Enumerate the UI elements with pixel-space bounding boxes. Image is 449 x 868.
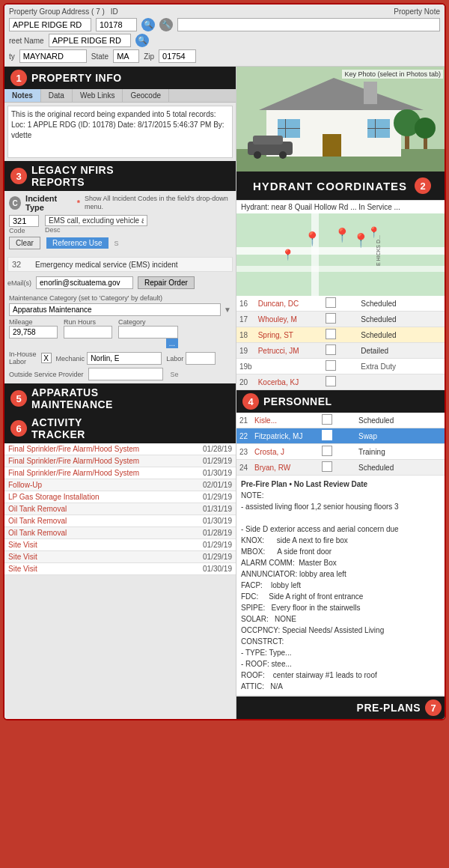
pers-checkbox[interactable] [322,414,332,425]
service-code: 32 [12,260,31,269]
outside-field[interactable] [88,368,163,380]
labor-label: Labor [166,355,183,362]
activity-date: 01/28/19 [187,527,236,539]
pers-status: Training [355,444,446,460]
section5-title: APPARATUS MAINTENANCE [31,386,113,410]
section2-title: HYDRANT COORDINATES [253,180,407,192]
show-all-link: Show All Incident Codes in the field's d… [85,195,231,211]
svg-rect-13 [253,136,283,145]
repair-order-button[interactable]: Repair Order [138,276,195,289]
svg-rect-11 [367,128,390,129]
pers-status [358,374,446,390]
pers-status: Scheduled [358,327,446,343]
address-field[interactable] [9,18,91,31]
pers-status: Scheduled [355,413,446,428]
pers-checkbox-cell[interactable] [323,359,358,374]
code-col-label: Code [9,227,39,234]
tab-weblinks[interactable]: Web Links [73,89,123,102]
pers-checkbox[interactable] [322,430,332,440]
email-row: eMail(s) Repair Order [4,274,236,291]
street-field[interactable] [49,34,131,47]
inhouse-label: In-HouseLabor [9,350,37,365]
section3-num: 3 [10,168,27,184]
section2-header: HYDRANT COORDINATES 2 [236,172,446,200]
pers-name: Spring, ST [255,327,323,343]
incident-desc-field[interactable] [45,215,147,226]
email-field[interactable] [36,276,133,289]
pers-checkbox-cell[interactable] [323,343,358,359]
pers-checkbox[interactable] [326,313,336,324]
pers-checkbox[interactable] [326,376,336,386]
run-hours-field[interactable] [64,326,112,339]
activity-name: Site Visit [4,551,187,563]
section3-header: 3 LEGACY NFIRS REPORTS [4,161,236,191]
pers-checkbox-cell[interactable] [323,296,358,312]
tab-notes[interactable]: Notes [4,89,41,102]
preplans-text: Pre-Fire Plan • No Last Review Date NOTE… [236,476,446,695]
pers-checkbox-cell[interactable] [319,428,355,444]
cat-btn[interactable]: ... [166,339,178,348]
pers-checkbox-cell[interactable] [319,460,355,476]
street-search-icon[interactable]: 🔍 [135,34,149,47]
pers-checkbox[interactable] [326,360,336,371]
labor-field[interactable] [186,352,216,365]
pers-checkbox[interactable] [322,446,332,456]
pers-checkbox-cell[interactable] [319,444,355,460]
section5-header: 5 APPARATUS MAINTENANCE [4,383,236,413]
section4-num: 4 [242,393,259,410]
pers-checkbox[interactable] [326,345,336,355]
activity-table: Final Sprinkler/Fire Alarm/Hood System 0… [4,443,236,575]
pers-checkbox-cell[interactable] [323,327,358,343]
mileage-field[interactable] [9,326,58,339]
pers-status: Detailed [358,343,446,359]
incident-code-field[interactable] [9,215,39,227]
section1-header: 1 PROPERTY INFO [4,67,236,89]
pers-num: 23 [236,444,251,460]
id-field[interactable] [96,18,137,31]
clear-button[interactable]: Clear [9,237,40,249]
city-field[interactable] [19,49,87,63]
state-field[interactable] [113,49,139,63]
pers-checkbox[interactable] [326,297,336,308]
pers-name: Duncan, DC [255,296,323,312]
svg-point-14 [254,151,261,159]
personnel-row: 23 Crosta, J Training [236,444,446,460]
zip-field[interactable] [159,49,196,63]
inhouse-checkbox[interactable]: X [41,353,52,363]
pers-status: Swap [355,428,446,444]
pers-checkbox-cell[interactable] [323,312,358,327]
property-note-field[interactable] [177,18,440,31]
activity-date: 01/30/19 [187,515,236,527]
activity-row: Oil Tank Removal 01/30/19 [4,515,236,527]
tab-geocode[interactable]: Geocode [123,89,169,102]
pers-checkbox-cell[interactable] [319,413,355,428]
pers-name: Bryan, RW [251,460,319,476]
personnel-row: 20 Kocerba, KJ [236,374,446,390]
service-desc: Emergency medical service (EMS) incident [35,261,228,269]
section7-header: PRE-PLANS 7 [236,696,446,719]
svg-text:E HICKS D...: E HICKS D... [376,235,381,266]
pers-checkbox[interactable] [322,461,332,472]
service-row: 32 Emergency medical service (EMS) incid… [7,257,233,272]
key-photo: Key Photo (select in Photos tab) [236,67,446,172]
activity-row: Follow-Up 02/01/19 [4,479,236,491]
activity-row: Final Sprinkler/Fire Alarm/Hood System 0… [4,455,236,467]
search-icon[interactable]: 🔍 [141,18,155,31]
tools-icon[interactable]: 🔧 [159,18,173,31]
activity-row: LP Gas Storage Installation 01/29/19 [4,491,236,503]
category-field[interactable] [118,326,178,339]
pers-num: 19b [236,359,255,374]
activity-tracker-section: Final Sprinkler/Fire Alarm/Hood System 0… [4,443,236,575]
reference-use-button[interactable]: Reference Use [46,237,109,249]
pers-checkbox-cell[interactable] [323,374,358,390]
pers-num: 20 [236,374,255,390]
c-badge: C [9,196,21,210]
pers-checkbox[interactable] [326,329,336,339]
activity-name: Final Sprinkler/Fire Alarm/Hood System [4,443,187,455]
incident-type-box: C Incident Type * Show All Incident Code… [4,191,236,255]
tab-data[interactable]: Data [41,89,73,102]
activity-name: Site Visit [4,539,187,551]
maint-cat-field[interactable] [9,303,221,316]
mechanic-field[interactable] [87,352,162,365]
pers-name: Whouley, M [255,312,323,327]
